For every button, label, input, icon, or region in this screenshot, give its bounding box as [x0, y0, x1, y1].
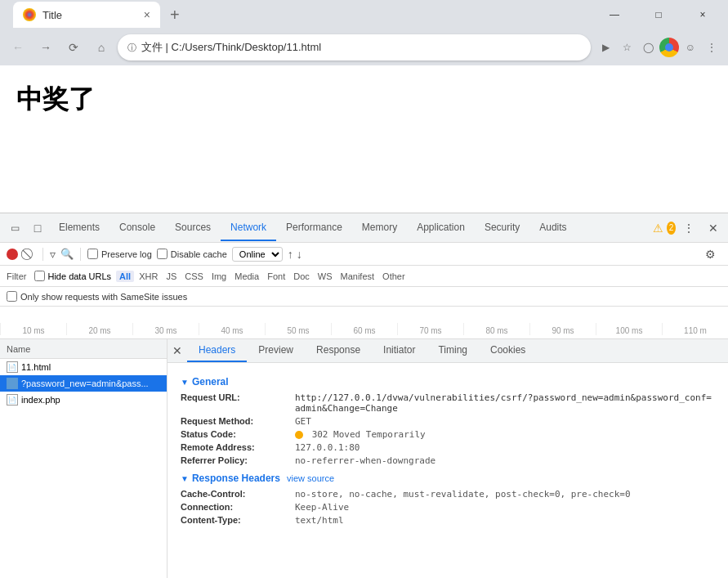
filter-css[interactable]: CSS	[181, 271, 207, 282]
tab-sources[interactable]: Sources	[165, 215, 221, 241]
tick-1: 10 ms	[0, 323, 66, 335]
devtools-inspect-icon[interactable]: □	[26, 217, 49, 240]
filter-ws[interactable]: WS	[315, 271, 336, 282]
filter-manifest[interactable]: Manifest	[337, 271, 378, 282]
close-button[interactable]: ×	[684, 3, 721, 26]
tick-6: 60 ms	[331, 323, 397, 335]
address-bar: ← → ⟳ ⌂ ⓘ 文件 | C:/Users/Think/Desktop/11…	[0, 29, 728, 65]
filter-icon[interactable]: ▿	[50, 248, 56, 261]
devtools-close-icon[interactable]: ✕	[702, 217, 725, 240]
new-tab-button[interactable]: +	[163, 2, 186, 28]
title-bar: Title × + — □ ×	[0, 0, 728, 29]
lock-icon: ⓘ	[127, 42, 136, 54]
file-item-0[interactable]: 📄 11.html	[0, 359, 167, 375]
bookmark-icon[interactable]: ☆	[617, 38, 636, 57]
download-icon[interactable]: ↓	[297, 248, 302, 261]
file-item-2[interactable]: 📄 index.php	[0, 392, 167, 408]
file-icon-0: 📄	[7, 361, 18, 373]
detail-close-icon[interactable]: ✕	[167, 341, 187, 361]
timeline-axis: 10 ms 20 ms 30 ms 40 ms 50 ms 60 ms 70 m…	[0, 307, 728, 338]
filter-js[interactable]: JS	[163, 271, 180, 282]
file-name-2: index.php	[21, 395, 60, 405]
minimize-button[interactable]: —	[596, 3, 633, 26]
samesite-checkbox[interactable]: Only show requests with SameSite issues	[7, 291, 187, 302]
main-area: Name 📄 11.html ?password_new=admin&pass.…	[0, 339, 728, 578]
tab-network[interactable]: Network	[221, 215, 276, 241]
request-method-value: GET	[295, 416, 311, 427]
tab-audits[interactable]: Audits	[529, 215, 576, 241]
connection-value: Keep-Alive	[295, 502, 349, 513]
search-icon[interactable]: 🔍	[60, 248, 74, 260]
content-type-value: text/html	[295, 515, 344, 526]
filter-font[interactable]: Font	[264, 271, 288, 282]
tab-application[interactable]: Application	[407, 215, 475, 241]
toolbar-divider-1	[42, 248, 43, 261]
status-code-value: 302 Moved Temporarily	[295, 429, 426, 440]
menu-icon[interactable]: ⋮	[702, 38, 721, 57]
filter-all[interactable]: All	[116, 271, 134, 282]
general-section-header[interactable]: ▼ General	[181, 376, 715, 388]
filter-xhr[interactable]: XHR	[136, 271, 161, 282]
tab-bar: Title × +	[7, 2, 193, 28]
translate-icon[interactable]: ▶	[596, 38, 615, 57]
network-settings-icon[interactable]: ⚙	[699, 243, 721, 266]
detail-tab-preview[interactable]: Preview	[247, 339, 305, 362]
address-input[interactable]: ⓘ 文件 | C:/Users/Think/Desktop/11.html	[118, 34, 591, 60]
hide-data-urls-checkbox[interactable]: Hide data URLs	[34, 271, 111, 281]
network-toolbar: ⃠ ▿ 🔍 Preserve log Disable cache Online …	[0, 243, 728, 266]
detail-tab-cookies[interactable]: Cookies	[479, 339, 537, 362]
upload-icon[interactable]: ↑	[288, 248, 293, 261]
chrome-icon[interactable]	[659, 38, 679, 57]
detail-tab-timing[interactable]: Timing	[427, 339, 479, 362]
throttle-select[interactable]: Online	[232, 247, 283, 262]
tab-close-icon[interactable]: ×	[144, 8, 150, 21]
tick-2: 20 ms	[66, 323, 132, 335]
warning-icon[interactable]: ⚠ 2	[653, 217, 676, 240]
devtools-more-icon[interactable]: ⋮	[677, 217, 700, 240]
tab-favicon	[23, 8, 36, 21]
file-item-1[interactable]: ?password_new=admin&pass...	[0, 375, 167, 392]
warning-badge: 2	[667, 222, 676, 235]
cache-control-key: Cache-Control:	[181, 489, 295, 500]
window-controls: — □ ×	[596, 3, 721, 26]
reload-button[interactable]: ⟳	[62, 36, 85, 59]
page-heading: 中奖了	[16, 82, 712, 118]
referrer-policy-key: Referrer Policy:	[181, 455, 295, 466]
disable-cache-checkbox[interactable]: Disable cache	[157, 249, 227, 259]
tick-11: 110 m	[662, 323, 728, 335]
response-headers-header[interactable]: ▼ Response Headers	[181, 473, 280, 484]
remote-address-value: 127.0.0.1:80	[295, 442, 360, 453]
preserve-log-input[interactable]	[87, 249, 98, 259]
detail-tab-headers[interactable]: Headers	[187, 339, 247, 362]
filter-other[interactable]: Other	[379, 271, 409, 282]
maximize-button[interactable]: □	[640, 3, 677, 26]
detail-tab-response[interactable]: Response	[305, 339, 372, 362]
preserve-log-checkbox[interactable]: Preserve log	[87, 249, 152, 259]
samesite-input[interactable]	[7, 291, 17, 302]
devtools-device-icon[interactable]: ▭	[3, 217, 26, 240]
forward-button[interactable]: →	[34, 36, 57, 59]
tick-3: 30 ms	[132, 323, 199, 335]
back-button[interactable]: ←	[7, 36, 29, 59]
file-name-0: 11.html	[21, 362, 51, 372]
tab-security[interactable]: Security	[475, 215, 529, 241]
tab-elements[interactable]: Elements	[49, 215, 109, 241]
extensions-icon[interactable]: ◯	[638, 38, 658, 57]
toolbar-divider-2	[80, 248, 81, 261]
filter-img[interactable]: Img	[208, 271, 230, 282]
account-icon[interactable]: ☺	[681, 38, 700, 57]
tab-console[interactable]: Console	[109, 215, 165, 241]
hide-data-urls-input[interactable]	[34, 271, 45, 281]
home-button[interactable]: ⌂	[90, 36, 113, 59]
cache-control-row: Cache-Control: no-store, no-cache, must-…	[181, 489, 715, 500]
clear-button[interactable]: ⃠	[23, 248, 36, 261]
disable-cache-input[interactable]	[157, 249, 167, 259]
record-button[interactable]	[7, 249, 18, 260]
browser-tab[interactable]: Title ×	[13, 2, 160, 28]
tab-memory[interactable]: Memory	[352, 215, 407, 241]
view-source-link[interactable]: view source	[287, 473, 334, 483]
filter-doc[interactable]: Doc	[290, 271, 313, 282]
detail-tab-initiator[interactable]: Initiator	[372, 339, 427, 362]
tab-performance[interactable]: Performance	[276, 215, 352, 241]
filter-media[interactable]: Media	[231, 271, 262, 282]
